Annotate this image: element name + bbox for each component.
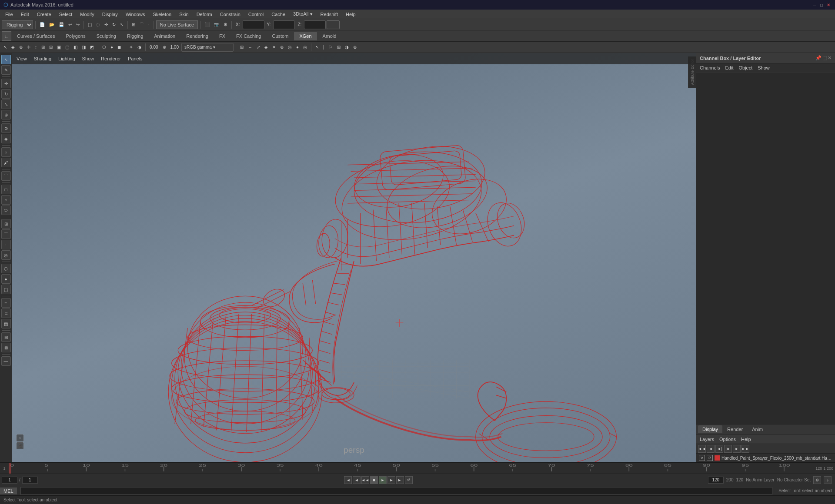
rotate-btn[interactable]: ↻ bbox=[1, 89, 11, 99]
tab-sculpting[interactable]: Sculpting bbox=[91, 32, 121, 40]
menu-cache[interactable]: Cache bbox=[268, 11, 289, 18]
nav-home-icon[interactable]: ⌂ bbox=[17, 434, 23, 441]
tool4[interactable]: ✛ bbox=[25, 43, 32, 52]
tool-m[interactable]: ⊞ bbox=[335, 43, 342, 52]
tool-h[interactable]: ● bbox=[294, 43, 301, 52]
loop-btn[interactable]: ↺ bbox=[405, 476, 413, 484]
menu-create[interactable]: Create bbox=[33, 11, 55, 18]
right-tab-display[interactable]: Display bbox=[698, 425, 722, 433]
snap-grid-btn[interactable]: ⊞ bbox=[1, 219, 11, 229]
mel-tab[interactable]: MEL bbox=[0, 487, 17, 494]
maximize-button[interactable]: □ bbox=[818, 2, 825, 8]
tool8[interactable]: ▣ bbox=[55, 43, 63, 52]
tool-f[interactable]: ⊕ bbox=[278, 43, 285, 52]
tool12[interactable]: ◩ bbox=[88, 43, 96, 52]
layer-nav-prev[interactable]: ◄ bbox=[707, 445, 715, 453]
tool-o[interactable]: ⊕ bbox=[351, 43, 358, 52]
x-input[interactable] bbox=[243, 20, 264, 29]
tab-curves-surfaces[interactable]: Curves / Surfaces bbox=[12, 32, 60, 40]
sphere-btn[interactable]: ○ bbox=[1, 195, 11, 205]
no-live-surface-button[interactable]: No Live Surface bbox=[156, 20, 198, 29]
vp-menu-panels[interactable]: Panels bbox=[125, 55, 145, 62]
tool-i[interactable]: ◎ bbox=[301, 43, 309, 52]
play-fwd-btn[interactable]: ► bbox=[379, 476, 387, 484]
save-file-button[interactable]: 💾 bbox=[57, 20, 66, 29]
menu-deform[interactable]: Deform bbox=[193, 11, 216, 18]
layer-nav-prev-end[interactable]: ◄| bbox=[715, 445, 723, 453]
step-fwd-btn[interactable]: ► bbox=[387, 476, 395, 484]
layer-color-swatch[interactable] bbox=[715, 455, 720, 461]
cb-object[interactable]: Object bbox=[738, 65, 752, 70]
tool-g[interactable]: ◎ bbox=[286, 43, 294, 52]
render-snapshot[interactable]: 📷 bbox=[212, 20, 221, 29]
layer-nav-next-next[interactable]: ►► bbox=[741, 445, 749, 453]
smooth-btn[interactable]: ● bbox=[1, 274, 11, 284]
stop-btn[interactable]: ■ bbox=[370, 476, 378, 484]
end-frame-input[interactable] bbox=[708, 477, 724, 484]
tab-animation[interactable]: Animation bbox=[149, 32, 180, 40]
box-btn[interactable]: □ bbox=[1, 185, 11, 194]
nav-camera-icon[interactable]: 🎥 bbox=[17, 442, 23, 449]
smooth-icon[interactable]: ● bbox=[109, 43, 115, 52]
menu-modify[interactable]: Modify bbox=[77, 11, 97, 18]
panel-close-icon[interactable]: ✕ bbox=[828, 55, 832, 61]
tab-rendering[interactable]: Rendering bbox=[181, 32, 214, 40]
menu-control[interactable]: Control bbox=[245, 11, 267, 18]
tool-c[interactable]: ⤢ bbox=[255, 43, 262, 52]
snap-point-btn[interactable]: · bbox=[1, 240, 11, 249]
snap-grid[interactable]: ⊞ bbox=[130, 20, 137, 29]
tool6[interactable]: ⊞ bbox=[40, 43, 47, 52]
layers-help[interactable]: Help bbox=[741, 437, 751, 442]
close-button[interactable]: ✕ bbox=[825, 2, 832, 8]
snap-point[interactable]: · bbox=[147, 20, 151, 29]
menu-edit[interactable]: Edit bbox=[17, 11, 33, 18]
tool3[interactable]: ⊕ bbox=[17, 43, 24, 52]
layer-nav-next[interactable]: ► bbox=[733, 445, 741, 453]
layer-nav-next-start[interactable]: |► bbox=[724, 445, 732, 453]
snap-curve-btn[interactable]: ⌒ bbox=[1, 229, 11, 239]
menu-3dtoall[interactable]: 3DtoAll ▾ bbox=[290, 10, 316, 18]
render-region[interactable]: ⬛ bbox=[203, 20, 211, 29]
move-btn[interactable]: ✛ bbox=[1, 79, 11, 88]
tab-custom[interactable]: Custom bbox=[267, 32, 294, 40]
layers-options[interactable]: Options bbox=[719, 437, 736, 442]
tool-k[interactable]: | bbox=[321, 43, 326, 52]
lasso-tool[interactable]: ◌ bbox=[94, 20, 102, 29]
go-start-btn[interactable]: |◄ bbox=[344, 476, 352, 484]
play-back-btn[interactable]: ◄◄ bbox=[361, 476, 369, 484]
panel-expand-icon[interactable]: ⬚ bbox=[822, 55, 827, 61]
redo-button[interactable]: ↪ bbox=[74, 20, 81, 29]
menu-skin[interactable]: Skin bbox=[176, 11, 192, 18]
vp-menu-show[interactable]: Show bbox=[80, 55, 97, 62]
layer-nav-prev-prev[interactable]: ◄◄ bbox=[698, 445, 706, 453]
light-icon[interactable]: ☀ bbox=[127, 43, 135, 52]
z-input[interactable] bbox=[304, 20, 326, 29]
layer-btn[interactable]: ≡ bbox=[1, 298, 11, 308]
wireframe-btn[interactable]: ⬚ bbox=[1, 285, 11, 294]
current-frame-input[interactable] bbox=[2, 477, 17, 484]
tool-a[interactable]: ⊞ bbox=[238, 43, 245, 52]
transform-input[interactable] bbox=[327, 20, 340, 29]
anim-settings-btn[interactable]: ⚙ bbox=[813, 476, 821, 484]
tool-n[interactable]: ◑ bbox=[343, 43, 351, 52]
tool-b[interactable]: ↔ bbox=[246, 43, 254, 52]
wire-icon[interactable]: ⬡ bbox=[100, 43, 108, 52]
tool-j[interactable]: ↖ bbox=[314, 43, 321, 52]
tab-fx-caching[interactable]: FX Caching bbox=[231, 32, 266, 40]
go-end-btn[interactable]: ►| bbox=[396, 476, 404, 484]
menu-redshift[interactable]: Redshift bbox=[317, 11, 341, 18]
layers-menu[interactable]: Layers bbox=[700, 437, 714, 442]
gamma-select[interactable]: sRGB gamma ▾ bbox=[181, 43, 234, 52]
menu-display[interactable]: Display bbox=[99, 11, 121, 18]
layer-visibility-btn[interactable]: V bbox=[699, 455, 705, 461]
vp-menu-lighting[interactable]: Lighting bbox=[56, 55, 78, 62]
misc1-btn[interactable]: ⊟ bbox=[1, 332, 11, 342]
menu-file[interactable]: File bbox=[2, 11, 17, 18]
tool7[interactable]: ⊟ bbox=[47, 43, 54, 52]
tab-rigging[interactable]: Rigging bbox=[122, 32, 148, 40]
tool-e[interactable]: ✕ bbox=[271, 43, 277, 52]
tab-xgen[interactable]: XGen bbox=[294, 32, 317, 40]
scale-tool[interactable]: ⤡ bbox=[118, 20, 125, 29]
tab-fx[interactable]: FX bbox=[214, 32, 230, 40]
paint-sel-btn[interactable]: 🖌 bbox=[1, 158, 11, 167]
